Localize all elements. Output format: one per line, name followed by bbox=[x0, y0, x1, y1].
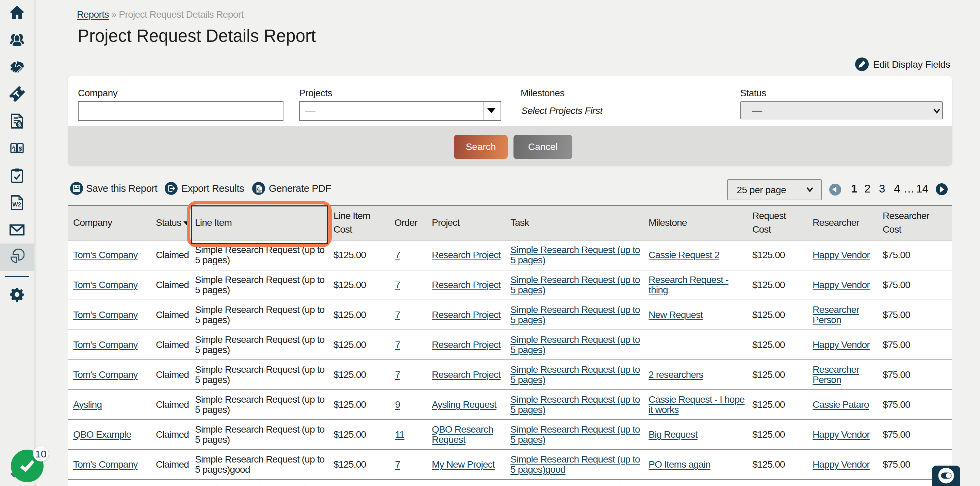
svg-text:PDF: PDF bbox=[256, 189, 262, 192]
svg-text:W2: W2 bbox=[13, 201, 21, 208]
svg-text:P: P bbox=[14, 148, 16, 152]
svg-text:$: $ bbox=[19, 146, 22, 152]
svg-text:$: $ bbox=[18, 122, 21, 127]
